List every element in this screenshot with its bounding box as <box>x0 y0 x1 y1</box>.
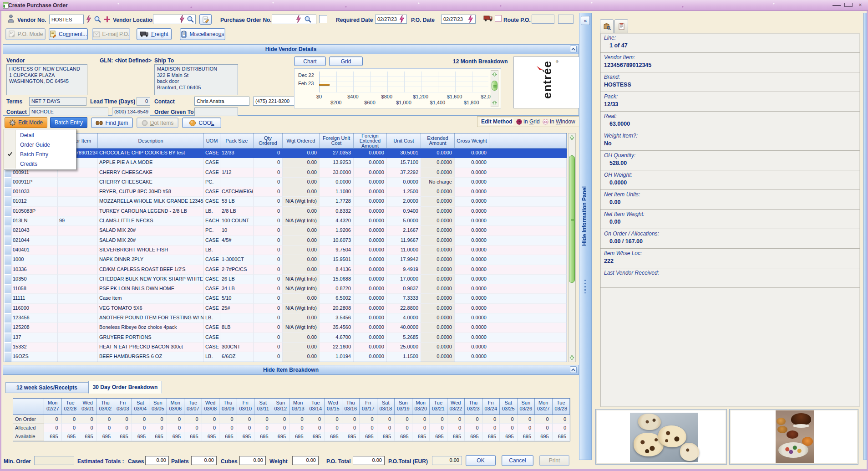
grid-cell-qty[interactable]: 0 <box>254 226 283 236</box>
chart-button[interactable]: Chart <box>294 56 326 66</box>
tab-30-day-order-breakdown[interactable]: 30 Day Order Breakdown <box>88 381 162 394</box>
menu-item-credits[interactable]: Credits <box>4 159 76 169</box>
po-no-bolt-icon[interactable] <box>296 15 301 24</box>
table-row[interactable]: 013LN99CLAMS-LITTLE NECKSEACH100 COUNT0N… <box>4 216 567 226</box>
table-row[interactable]: 10350CHEDDAR BULK NEW YORK SHARP WHITE P… <box>4 275 567 284</box>
row-selector[interactable] <box>4 187 11 197</box>
chart-scrollbar[interactable] <box>491 70 498 107</box>
column-header-pack-size[interactable]: Pack Size <box>220 133 254 148</box>
table-row[interactable]: 1000NAPK DINNR 2PLYCASE1-3000CT00.0015.9… <box>4 255 567 265</box>
grid-vertical-scrollbar[interactable] <box>568 133 576 362</box>
column-header-description[interactable]: Description <box>98 133 204 148</box>
vendor-location-bolt-icon[interactable] <box>179 15 185 24</box>
column-header-foreign-extended-amount[interactable]: Foreign Extended Amount <box>354 133 387 148</box>
edit-mode-button[interactable]: Edit Mode <box>5 117 47 128</box>
vendor-add-icon[interactable] <box>104 16 111 24</box>
row-selector[interactable] <box>4 343 11 352</box>
find-item-button[interactable]: Find Item <box>91 118 133 128</box>
column-header-qty-ordered[interactable]: Qty Ordered <box>254 133 283 148</box>
grid-cell-qty[interactable]: 0 <box>254 265 283 275</box>
menu-item-detail[interactable]: Detail <box>4 130 76 140</box>
table-row[interactable]: 10336CD/KM CAPLESS ROAST BEEF 1/2'SCASE2… <box>4 265 567 275</box>
collapse-panel-icon[interactable]: « <box>581 16 590 25</box>
collapse-vendor-details-icon[interactable] <box>570 46 577 52</box>
hide-item-breakdown-bar[interactable]: Hide Item Breakdown <box>3 365 579 375</box>
in-grid-radio[interactable]: In Grid <box>516 118 540 125</box>
grid-cell-qty[interactable]: 0 <box>254 246 283 255</box>
row-selector[interactable] <box>4 178 11 187</box>
freight-button[interactable]: Freight <box>137 28 172 40</box>
row-selector[interactable] <box>4 323 11 333</box>
row-selector[interactable] <box>4 313 11 323</box>
row-selector[interactable] <box>4 226 11 236</box>
comment-button[interactable]: Comment... <box>49 28 88 40</box>
grid-cell-qty[interactable]: 0 <box>254 207 283 216</box>
po-no-checkbox[interactable] <box>319 15 327 23</box>
grid-cell-qty[interactable]: 0 <box>254 294 283 303</box>
chart-scroll-down-icon[interactable] <box>491 100 498 107</box>
row-selector[interactable] <box>4 216 11 226</box>
grid-cell-qty[interactable]: 0 <box>254 168 283 178</box>
row-selector[interactable] <box>4 352 11 362</box>
column-header-unit-cost[interactable]: Unit Cost <box>387 133 421 148</box>
row-selector[interactable] <box>4 236 11 246</box>
column-header-gross-weight[interactable]: Gross Weight <box>455 133 489 148</box>
vendor-no-lookup-bolt-icon[interactable] <box>86 15 91 24</box>
tab-item-info[interactable] <box>600 19 614 33</box>
minimize-button[interactable] <box>832 1 841 9</box>
row-selector[interactable] <box>4 197 11 206</box>
grid-cell-qty[interactable]: 0 <box>254 178 283 187</box>
ok-button[interactable]: OK <box>466 455 496 466</box>
grid-cell-qty[interactable]: 0 <box>254 352 283 362</box>
tab-12-week-sales-receipts[interactable]: 12 week Sales/Receipts <box>5 382 88 393</box>
table-row[interactable]: 123456789012345CHOCOLATE CHIP COOKIES BY… <box>4 148 567 158</box>
vendor-no-search-icon[interactable] <box>94 15 102 24</box>
row-selector[interactable] <box>4 246 11 255</box>
cancel-button[interactable]: Cancel <box>502 455 533 466</box>
maximize-button[interactable] <box>844 1 853 9</box>
column-header-wgt-ordered[interactable]: Wgt Ordered <box>283 133 320 148</box>
grid-scroll-up-icon[interactable] <box>569 134 575 141</box>
grid-cell-qty[interactable]: 0 <box>254 187 283 197</box>
grid-cell-qty[interactable]: 0 <box>254 313 283 323</box>
table-row[interactable]: 01012MOZZARELLA WHOLE MILK GRANDE 123456… <box>4 197 567 206</box>
row-selector[interactable] <box>4 265 11 275</box>
miscellaneous-button[interactable]: Miscellaneous <box>180 28 225 40</box>
table-row[interactable]: 125208Boneless Ribeye 8oz choice 4packCA… <box>4 323 567 333</box>
menu-item-order-guide[interactable]: Order Guide <box>4 140 76 149</box>
close-button[interactable]: × <box>856 1 864 9</box>
grid-cell-qty[interactable]: 0 <box>254 304 283 313</box>
table-row[interactable]: 116000VEG TOMATO 5X6CASE25#0N/A (Wgt Inf… <box>4 304 567 313</box>
route-field-2[interactable] <box>558 15 574 24</box>
grid-scroll-down-icon[interactable] <box>569 354 575 361</box>
grid-cell-qty[interactable]: 0 <box>254 216 283 226</box>
column-header-uom[interactable]: UOM <box>204 133 220 148</box>
table-row[interactable]: 16OZSBEEF HAMBURGERS 6 OZLB.6/6OZ00.001.… <box>4 352 567 362</box>
grid-cell-qty[interactable]: 0 <box>254 343 283 352</box>
table-row[interactable]: 0105083PTURKEY CAROLINA LEGEND - 2/8 LBL… <box>4 207 567 216</box>
row-selector[interactable] <box>4 255 11 265</box>
collapse-item-breakdown-icon[interactable] <box>570 366 577 373</box>
hide-vendor-details-bar[interactable]: Hide Vendor Details <box>3 44 579 54</box>
route-field-1[interactable] <box>532 15 554 24</box>
grid-cell-qty[interactable]: 0 <box>254 333 283 343</box>
table-row[interactable]: 040401SILVERBRIGHT WHOLE FISHLB.00.009.7… <box>4 246 567 255</box>
grid-cell-qty[interactable]: 0 <box>254 284 283 294</box>
tab-item-history[interactable] <box>614 19 628 33</box>
edit-note-button[interactable] <box>199 14 212 25</box>
grid-cell-qty[interactable]: 0 <box>254 323 283 333</box>
column-header-extended-amount[interactable]: Extended Amount <box>421 133 455 148</box>
strip-grip[interactable] <box>584 280 586 293</box>
po-date-bolt-icon[interactable] <box>468 15 473 24</box>
in-window-radio[interactable]: In Window <box>543 118 575 125</box>
table-row[interactable]: 11111Case itemCASE5/1000.006.50020.00007… <box>4 294 567 303</box>
vendor-no-input[interactable] <box>49 15 84 24</box>
hide-information-panel-strip[interactable]: « Hide Information Panel <box>579 13 592 460</box>
row-selector[interactable] <box>4 333 11 343</box>
table-row[interactable]: 000911CHERRY CHEESCAKECASE1/1200.0033.00… <box>4 168 567 178</box>
table-row[interactable]: APPLE PIE A LA MODECASE00.0013.92530.000… <box>4 158 567 168</box>
table-row[interactable]: 11058PSF PK LOIN BNLS DWN HOMECASE34 LB0… <box>4 284 567 294</box>
row-selector[interactable] <box>4 207 11 216</box>
cool-button[interactable]: COOL <box>182 118 221 128</box>
row-selector[interactable] <box>4 275 11 284</box>
